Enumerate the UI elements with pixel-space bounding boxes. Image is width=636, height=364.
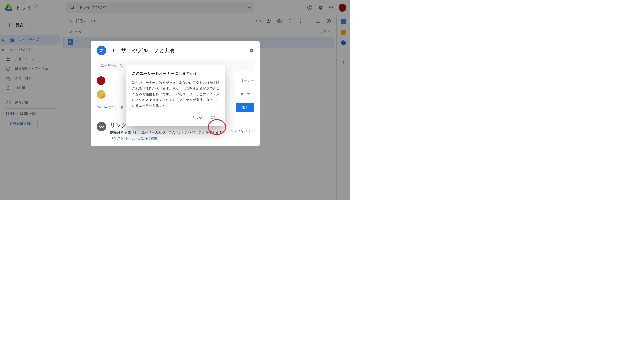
person-avatar — [97, 90, 105, 98]
share-input-placeholder: ユーザーやグル — [101, 64, 124, 68]
feedback-link[interactable]: Google にフィードバ — [97, 105, 127, 110]
link-description: 制限付き 追加されたユーザーのみが、このリンクから開くことができます — [110, 130, 226, 135]
link-icon — [97, 122, 106, 132]
confirm-owner-dialog: このユーザーをオーナーにしますか？ 新しいオーナーに通知が届き、あなたのアクセス… — [126, 65, 225, 126]
confirm-title: このユーザーをオーナーにしますか？ — [132, 71, 219, 76]
share-dialog-title: ユーザーやグループと共有 — [110, 47, 245, 54]
person-avatar — [97, 76, 105, 85]
confirm-body: 新しいオーナーに通知が届き、あなたのアクセス権が削除される可能性があります。あな… — [132, 80, 219, 108]
share-settings-icon[interactable] — [249, 48, 254, 53]
confirm-yes-button[interactable]: はい — [209, 114, 219, 120]
role-label[interactable]: オーナー — [240, 78, 254, 83]
side-panel-toggle-icon[interactable]: › — [346, 194, 348, 199]
role-label[interactable]: オーナー — [240, 92, 254, 96]
done-button[interactable]: 完了 — [236, 103, 254, 112]
link-change-button[interactable]: リンクを知っている全員に変更 — [110, 136, 226, 140]
link-desc-text: 追加されたユーザーのみが、このリンクから開くことができます — [125, 130, 222, 134]
person-add-icon — [97, 46, 106, 55]
confirm-no-button[interactable]: いいえ — [193, 115, 203, 120]
link-restricted-label: 制限付き — [110, 130, 124, 134]
svg-point-39 — [100, 49, 102, 50]
copy-link-button[interactable]: リンクをコピー — [230, 129, 254, 133]
